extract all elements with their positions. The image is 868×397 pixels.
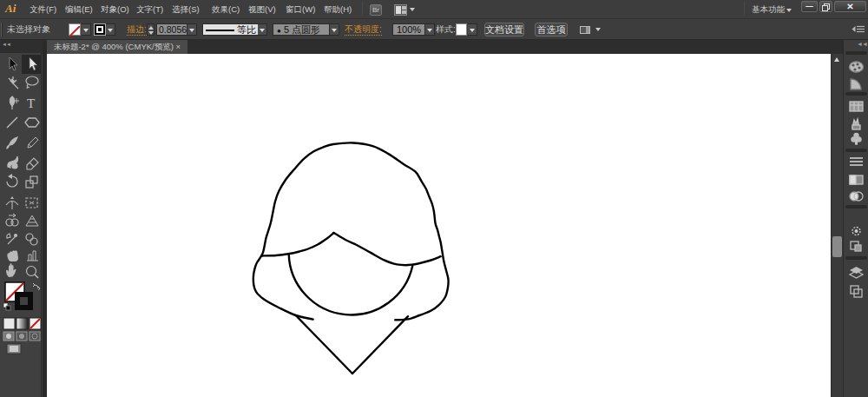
svg-text:T: T [27, 96, 35, 110]
